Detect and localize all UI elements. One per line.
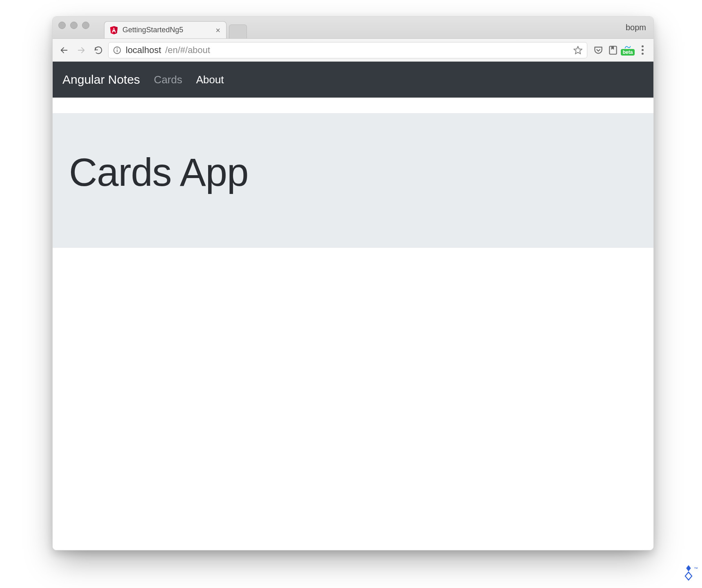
url-host: localhost [126, 45, 161, 56]
browser-toolbar: localhost/en/#/about beta [53, 39, 653, 62]
tab-title: GettingStartedNg5 [122, 26, 210, 34]
new-tab-button[interactable] [229, 24, 247, 38]
window-controls [58, 22, 89, 29]
kebab-icon [637, 45, 648, 55]
browser-tab[interactable]: GettingStartedNg5 × [104, 21, 227, 38]
svg-point-6 [117, 48, 118, 49]
stage: GettingStartedNg5 × bopm localhost/en/#/… [0, 0, 702, 588]
beta-extension-icon[interactable]: beta [622, 45, 633, 56]
page-title: Cards App [69, 150, 637, 195]
chrome-menu-button[interactable] [637, 45, 648, 56]
beta-badge: beta [621, 49, 635, 56]
svg-marker-7 [574, 46, 582, 54]
page-gap [53, 98, 653, 113]
site-info-icon[interactable] [113, 46, 122, 55]
nav-link-cards[interactable]: Cards [154, 74, 182, 86]
titlebar: GettingStartedNg5 × bopm [53, 17, 653, 39]
url-path: /en/#/about [165, 45, 210, 56]
reload-button[interactable] [91, 43, 106, 58]
watermark-icon: ™ [679, 564, 698, 583]
address-bar[interactable]: localhost/en/#/about [108, 42, 587, 58]
save-page-icon[interactable] [608, 45, 618, 56]
back-button[interactable] [57, 43, 71, 58]
angular-icon [109, 26, 118, 35]
app-navbar: Angular Notes Cards About [53, 62, 653, 98]
window-close-button[interactable] [58, 22, 66, 29]
jumbotron: Cards App [53, 113, 653, 248]
app-brand[interactable]: Angular Notes [62, 73, 140, 87]
browser-window: GettingStartedNg5 × bopm localhost/en/#/… [52, 16, 654, 550]
window-maximize-button[interactable] [82, 22, 89, 29]
profile-name[interactable]: bopm [626, 23, 649, 32]
page-viewport: Angular Notes Cards About Cards App [53, 62, 653, 550]
forward-button[interactable] [74, 43, 89, 58]
bookmark-star-icon[interactable] [573, 45, 583, 55]
tab-close-button[interactable]: × [214, 26, 222, 34]
nav-link-about[interactable]: About [196, 74, 224, 86]
window-minimize-button[interactable] [70, 22, 78, 29]
svg-marker-9 [686, 565, 691, 571]
pocket-icon[interactable] [593, 45, 604, 56]
extension-icons: beta [590, 45, 649, 56]
